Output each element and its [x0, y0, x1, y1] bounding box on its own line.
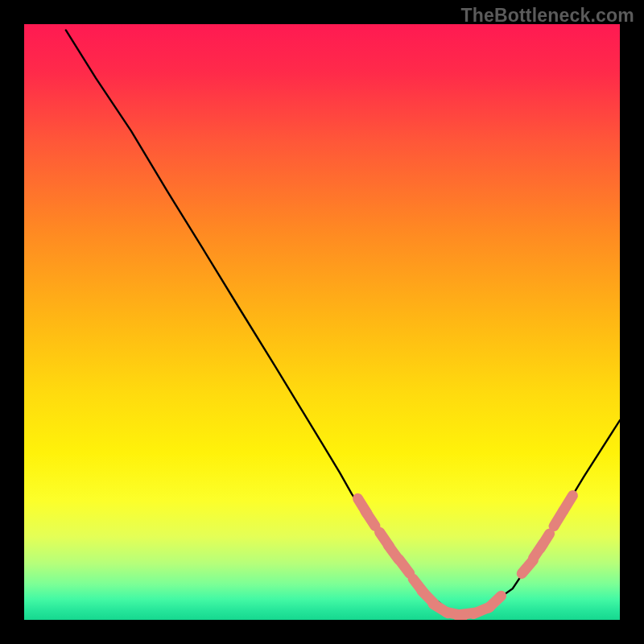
chart-frame: TheBottleneck.com: [0, 0, 644, 644]
plot-area: [24, 24, 620, 620]
watermark-text: TheBottleneck.com: [460, 5, 634, 27]
svg-rect-0: [24, 24, 620, 620]
background-gradient: [24, 24, 620, 620]
